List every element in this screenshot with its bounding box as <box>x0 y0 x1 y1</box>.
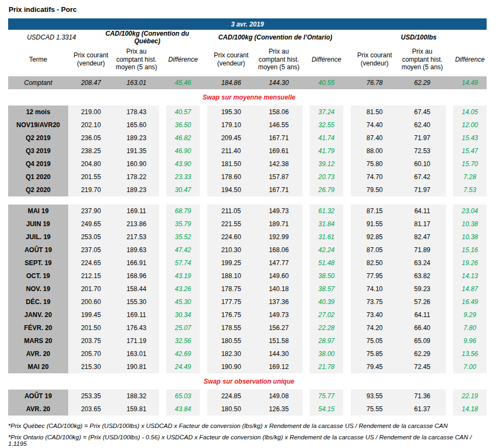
column-gap <box>200 218 207 230</box>
table-body: Comptant208.47163.0145.46184.86144.3040.… <box>8 76 490 447</box>
qc-prix-courant: 237.05 <box>68 243 114 256</box>
column-gap <box>343 308 351 321</box>
us-prix-courant: 74.70 <box>351 170 398 183</box>
us-prix-courant: 81.50 <box>351 106 398 118</box>
column-gap <box>343 243 351 256</box>
on-prix-comptant: 192.99 <box>255 230 303 243</box>
us-difference: 7.80 <box>453 321 487 334</box>
us-difference: 7.53 <box>453 183 487 196</box>
usdcad-rate: USDCAD 1.3314 <box>8 34 95 41</box>
qc-prix-comptant: 217.53 <box>114 230 159 243</box>
table-row: AVR. 20205.70163.0142.69182.30144.3038.0… <box>8 347 490 360</box>
column-header-row: Terme Prix courant (vendeur) Prix au com… <box>8 44 490 76</box>
table-row: JANV. 20199.45169.1130.34176.75149.7327.… <box>8 308 490 321</box>
terme-cell: Q2 2019 <box>8 131 68 144</box>
column-gap <box>303 295 310 308</box>
on-difference: 37.24 <box>310 106 343 118</box>
qc-prix-comptant: 189.23 <box>114 131 159 144</box>
qc-prix-comptant: 189.63 <box>114 243 159 256</box>
on-prix-courant: 224.60 <box>207 230 255 243</box>
column-gap <box>446 131 453 144</box>
qc-prix-courant: 203.75 <box>68 334 114 347</box>
on-prix-courant: 211.40 <box>207 144 255 157</box>
us-prix-comptant: 61.37 <box>398 403 446 416</box>
us-prix-courant: 74.20 <box>351 321 398 334</box>
column-gap <box>159 295 166 308</box>
us-prix-courant: 87.05 <box>351 243 398 256</box>
us-difference: 15.43 <box>453 131 487 144</box>
table-row: DÉC. 19200.60155.3045.30177.75137.3640.3… <box>8 295 490 308</box>
us-difference: 15.70 <box>453 157 487 170</box>
table-row: Comptant208.47163.0145.46184.86144.3040.… <box>8 76 490 89</box>
section-title: Swap sur observation unique <box>8 373 490 390</box>
column-gap <box>343 183 351 196</box>
table-row: MAI 19237.90169.1168.79211.05149.7361.32… <box>8 205 490 218</box>
table-row: FÉVR. 20201.50176.4325.07178.55156.2722.… <box>8 321 490 334</box>
qc-difference: 35.52 <box>166 230 200 243</box>
column-gap <box>200 347 207 360</box>
on-prix-comptant: 168.06 <box>255 243 303 256</box>
us-prix-courant: 88.00 <box>351 144 398 157</box>
column-gap <box>446 170 453 183</box>
on-prix-comptant: 151.58 <box>255 334 303 347</box>
column-gap <box>303 243 310 256</box>
terme-cell: MAI 19 <box>8 205 68 218</box>
table-row: MAI 20215.30190.8124.49190.90169.1221.78… <box>8 360 490 373</box>
column-gap <box>200 243 207 256</box>
qc-prix-comptant: 163.01 <box>114 347 159 360</box>
column-gap <box>446 403 453 416</box>
on-difference: 41.74 <box>310 131 343 144</box>
on-prix-courant: 199.25 <box>207 256 255 269</box>
table-row: 12 mois219.00178.4340.57195.30158.0637.2… <box>8 106 490 118</box>
us-difference: 7.28 <box>453 170 487 183</box>
terme-cell: MARS 20 <box>8 334 68 347</box>
column-gap <box>446 334 453 347</box>
column-gap <box>159 118 166 131</box>
column-gap <box>343 118 351 131</box>
us-prix-comptant: 66.40 <box>398 321 446 334</box>
on-prix-comptant: 149.60 <box>255 269 303 282</box>
column-gap <box>159 282 166 295</box>
qc-prix-comptant: 158.44 <box>114 282 159 295</box>
qc-prix-courant: 200.60 <box>68 295 114 308</box>
on-prix-comptant: 137.36 <box>255 295 303 308</box>
terme-cell: 12 mois <box>8 106 68 118</box>
us-prix-courant: 92.85 <box>351 230 398 243</box>
column-gap <box>343 218 351 230</box>
column-header-prix-courant: Prix courant (vendeur) <box>207 45 255 74</box>
qc-prix-courant: 201.70 <box>68 282 114 295</box>
terme-cell: Q1 2020 <box>8 170 68 183</box>
terme-cell: Q4 2019 <box>8 157 68 170</box>
on-difference: 41.79 <box>310 144 343 157</box>
column-gap <box>343 360 351 373</box>
column-gap <box>343 45 351 74</box>
qc-prix-comptant: 169.11 <box>114 308 159 321</box>
section-spacer <box>8 196 490 205</box>
on-difference: 51.48 <box>310 256 343 269</box>
qc-difference: 30.47 <box>166 183 200 196</box>
us-prix-courant: 76.78 <box>351 76 398 89</box>
column-header-prix-comptant: Prix au comptant hist. moyen (5 ans) <box>255 45 303 74</box>
terme-cell: JUIN 19 <box>8 218 68 230</box>
us-prix-comptant: 72.53 <box>398 144 446 157</box>
table-row: OCT. 19212.15168.9643.19188.10149.6038.5… <box>8 269 490 282</box>
column-gap <box>200 183 207 196</box>
column-gap <box>200 282 207 295</box>
column-gap <box>159 321 166 334</box>
group-header-quebec: CAD/100kg (Convention du Québec) <box>95 30 200 45</box>
column-header-difference: Différence <box>166 45 200 74</box>
terme-cell: AVR. 20 <box>8 347 68 360</box>
us-difference: 12.00 <box>453 118 487 131</box>
on-prix-comptant: 156.27 <box>255 321 303 334</box>
qc-difference: 42.69 <box>166 347 200 360</box>
on-difference: 28.97 <box>310 334 343 347</box>
qc-prix-courant: 238.25 <box>68 144 114 157</box>
group-header-usd: USD/100lbs <box>351 34 487 41</box>
us-difference: 14.49 <box>453 76 487 89</box>
footnotes: *Prix Québec (CAD/100kg) = Prix (USD/100… <box>8 423 490 447</box>
on-prix-courant: 194.50 <box>207 183 255 196</box>
on-difference: 54.15 <box>310 403 343 416</box>
qc-prix-courant: 219.00 <box>68 106 114 118</box>
column-gap <box>303 256 310 269</box>
column-header-prix-comptant: Prix au comptant hist. moyen (5 ans) <box>398 45 446 74</box>
